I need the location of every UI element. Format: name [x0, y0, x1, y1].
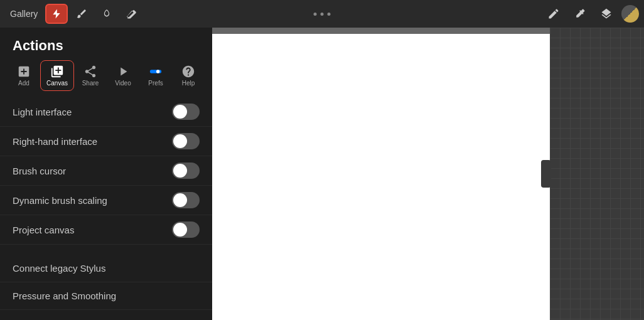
help-tab-icon — [181, 65, 195, 78]
pen-tool-button[interactable] — [542, 4, 565, 24]
setting-connect-legacy-stylus[interactable]: Connect legacy Stylus — [0, 255, 212, 282]
brush-cursor-label: Brush cursor — [13, 166, 66, 176]
gallery-button[interactable]: Gallery — [5, 6, 43, 21]
toolbar: Gallery — [0, 0, 644, 28]
lightning-icon — [51, 8, 62, 19]
dot-3 — [328, 13, 331, 16]
layers-button[interactable] — [595, 4, 618, 24]
actions-panel: Actions Add Canvas Sha — [0, 28, 212, 320]
canvas-white[interactable] — [212, 34, 550, 320]
setting-dynamic-brush-scaling: Dynamic brush scaling — [0, 186, 212, 215]
main-content: Actions Add Canvas Sha — [0, 28, 644, 320]
right-side-handle[interactable] — [541, 160, 551, 188]
eraser-icon — [126, 8, 137, 19]
tab-canvas-label: Canvas — [46, 80, 68, 87]
dynamic-brush-scaling-toggle[interactable] — [172, 192, 200, 208]
video-tab-icon — [116, 65, 130, 78]
smudge-icon — [101, 8, 112, 19]
pressure-and-smoothing-label: Pressure and Smoothing — [13, 291, 116, 301]
tab-canvas[interactable]: Canvas — [40, 60, 74, 91]
actions-title: Actions — [0, 28, 212, 60]
color-swatch[interactable] — [621, 5, 639, 23]
tab-help[interactable]: Help — [172, 61, 205, 90]
setting-right-hand-interface: Right-hand interface — [0, 127, 212, 156]
share-tab-icon — [83, 65, 97, 78]
light-interface-label: Light interface — [13, 107, 72, 117]
dot-1 — [314, 13, 317, 16]
setting-pressure-and-smoothing[interactable]: Pressure and Smoothing — [0, 282, 212, 310]
right-hand-interface-toggle[interactable] — [172, 133, 200, 149]
tab-add[interactable]: Add — [8, 61, 40, 90]
canvas-tab-icon — [50, 65, 64, 78]
light-interface-toggle[interactable] — [172, 104, 200, 120]
toolbar-right — [542, 4, 639, 24]
pen-tool-icon — [547, 8, 560, 20]
layers-icon — [600, 8, 613, 20]
brush-cursor-toggle[interactable] — [172, 163, 200, 179]
separator-1 — [0, 245, 212, 255]
eyedropper-button[interactable] — [569, 4, 591, 24]
smudge-button[interactable] — [95, 4, 118, 24]
toolbar-left: Gallery — [5, 4, 143, 24]
tab-help-label: Help — [182, 80, 195, 87]
svg-point-1 — [156, 70, 160, 73]
eraser-button[interactable] — [121, 4, 143, 24]
tab-add-label: Add — [18, 80, 30, 87]
tab-video[interactable]: Video — [107, 61, 139, 90]
project-canvas-toggle[interactable] — [172, 221, 200, 238]
brush-icon — [76, 8, 87, 19]
settings-list: Light interface Right-hand interface Bru… — [0, 97, 212, 320]
tab-share[interactable]: Share — [74, 61, 107, 90]
setting-project-canvas: Project canvas — [0, 215, 212, 245]
tab-prefs-label: Prefs — [148, 80, 163, 87]
actions-tabs: Add Canvas Share Video — [0, 60, 212, 97]
brush-button[interactable] — [70, 4, 93, 24]
add-tab-icon — [17, 65, 31, 78]
dot-2 — [321, 13, 324, 16]
setting-gesture-controls[interactable]: Gesture controls — [0, 310, 212, 320]
tab-video-label: Video — [115, 80, 131, 87]
setting-brush-cursor: Brush cursor — [0, 156, 212, 186]
actions-button[interactable] — [45, 4, 68, 24]
canvas-area — [212, 28, 644, 320]
connect-legacy-stylus-label: Connect legacy Stylus — [13, 263, 105, 274]
prefs-tab-icon — [149, 65, 163, 78]
eyedropper-icon — [574, 8, 586, 20]
project-canvas-label: Project canvas — [13, 225, 74, 235]
tab-share-label: Share — [82, 80, 99, 87]
canvas-grid — [550, 28, 644, 320]
tab-prefs[interactable]: Prefs — [139, 61, 172, 90]
dynamic-brush-scaling-label: Dynamic brush scaling — [13, 195, 107, 206]
toolbar-center-dots[interactable] — [314, 13, 331, 16]
right-hand-interface-label: Right-hand interface — [13, 136, 97, 147]
setting-light-interface: Light interface — [0, 97, 212, 127]
